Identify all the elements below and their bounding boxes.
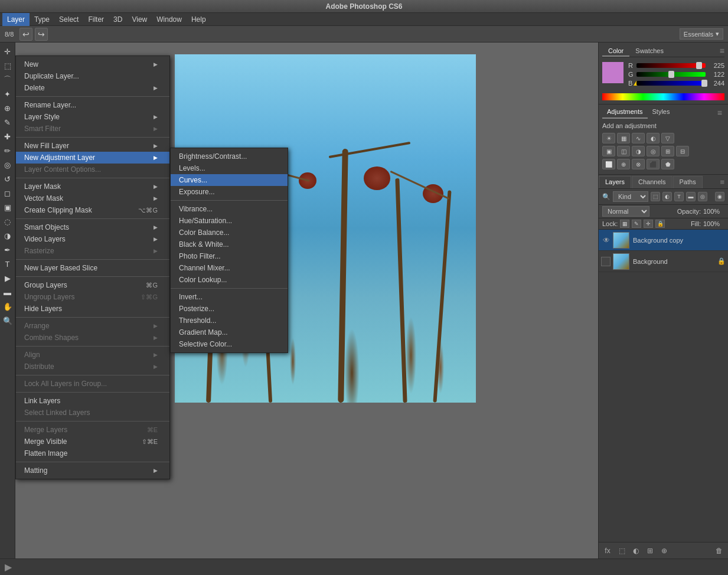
fill-value[interactable]: 100%: [703, 220, 724, 227]
zoom-tool[interactable]: 🔍: [1, 314, 14, 327]
g-slider-track[interactable]: [636, 72, 706, 77]
menu-smart-filter[interactable]: Smart Filter ▶: [16, 123, 169, 135]
menu-select-linked[interactable]: Select Linked Layers: [16, 407, 169, 419]
menu-link-layers[interactable]: Link Layers: [16, 395, 169, 407]
dodge-tool[interactable]: ◑: [1, 229, 14, 242]
layer-row-bg-copy[interactable]: 👁 Background copy: [599, 230, 728, 251]
tab-layers[interactable]: Layers: [599, 176, 631, 188]
submenu-photo-filter[interactable]: Photo Filter...: [171, 250, 288, 262]
layer-filter-toggle[interactable]: ◉: [715, 192, 724, 201]
submenu-levels[interactable]: Levels...: [171, 162, 288, 174]
adj-hue-icon[interactable]: ▣: [602, 146, 615, 156]
submenu-channel-mixer[interactable]: Channel Mixer...: [171, 262, 288, 274]
menu-merge-layers[interactable]: Merge Layers ⌘E: [16, 424, 169, 436]
menu-new-adj[interactable]: New Adjustment Layer ▶: [16, 152, 169, 164]
b-slider-track[interactable]: [636, 81, 706, 86]
menu-help[interactable]: Help: [187, 13, 211, 26]
lock-transparency-icon[interactable]: ▦: [620, 220, 629, 228]
submenu-vibrance[interactable]: Vibrance...: [171, 203, 288, 215]
color-preview-swatch[interactable]: [602, 62, 623, 83]
submenu-color-lookup[interactable]: Color Lookup...: [171, 274, 288, 286]
essentials-dropdown[interactable]: Essentials ▾: [680, 28, 723, 40]
lasso-tool[interactable]: ⌒: [1, 73, 14, 86]
adj-panel-menu[interactable]: ≡: [715, 107, 724, 119]
lock-move-icon[interactable]: ✛: [644, 220, 653, 228]
tab-color[interactable]: Color: [602, 46, 629, 57]
g-slider-thumb[interactable]: [668, 71, 674, 78]
menu-smart-objects[interactable]: Smart Objects ▶: [16, 221, 169, 233]
submenu-curves[interactable]: Curves...: [171, 174, 288, 186]
filter-smart-icon[interactable]: ◎: [698, 192, 707, 201]
delete-layer-icon[interactable]: 🗑: [714, 546, 724, 556]
opacity-value[interactable]: 100%: [703, 208, 724, 215]
submenu-threshold[interactable]: Threshold...: [171, 315, 288, 326]
menu-layer[interactable]: Layer: [2, 13, 30, 26]
adj-gradientmap-icon[interactable]: ⬛: [647, 159, 660, 169]
adj-posterize-icon[interactable]: ⊕: [617, 159, 630, 169]
history-brush-tool[interactable]: ↺: [1, 172, 14, 185]
menu-layer-style[interactable]: Layer Style ▶: [16, 111, 169, 123]
menu-video-layers[interactable]: Video Layers ▶: [16, 233, 169, 245]
menu-new-slice[interactable]: New Layer Based Slice: [16, 262, 169, 274]
new-layer-icon[interactable]: ⊕: [659, 546, 670, 556]
submenu-hue-sat[interactable]: Hue/Saturation...: [171, 215, 288, 227]
kind-dropdown[interactable]: Kind: [613, 191, 648, 202]
layer-fx-icon[interactable]: fx: [602, 546, 613, 556]
menu-new[interactable]: New ▶: [16, 58, 169, 70]
blend-mode-dropdown[interactable]: Normal: [602, 206, 649, 217]
adj-selectivecolor-icon[interactable]: ⬟: [661, 159, 674, 169]
menu-ungroup-layers[interactable]: Ungroup Layers ⇧⌘G: [16, 291, 169, 303]
tab-channels[interactable]: Channels: [632, 176, 672, 188]
menu-arrange[interactable]: Arrange ▶: [16, 320, 169, 332]
menu-rename[interactable]: Rename Layer...: [16, 99, 169, 111]
layers-panel-menu[interactable]: ≡: [716, 176, 728, 188]
nav-forward-icon[interactable]: ▶: [5, 561, 12, 573]
b-slider-thumb[interactable]: [701, 80, 707, 87]
color-spectrum[interactable]: [602, 93, 724, 100]
pen-tool[interactable]: ✒: [1, 243, 14, 256]
adj-levels-icon[interactable]: ▦: [617, 133, 630, 143]
eyedropper-tool[interactable]: ✎: [1, 116, 14, 129]
layer-row-bg[interactable]: Background 🔒: [599, 251, 728, 272]
menu-group-layers[interactable]: Group Layers ⌘G: [16, 279, 169, 291]
redo-button[interactable]: ↪: [35, 28, 48, 41]
submenu-bw[interactable]: Black & White...: [171, 239, 288, 250]
move-tool[interactable]: ✛: [1, 45, 14, 58]
layer-checkbox-bg[interactable]: [601, 257, 611, 266]
r-slider-thumb[interactable]: [696, 62, 702, 69]
crop-tool[interactable]: ⊕: [1, 102, 14, 115]
submenu-exposure[interactable]: Exposure...: [171, 186, 288, 198]
menu-view[interactable]: View: [127, 13, 152, 26]
submenu-brightness[interactable]: Brightness/Contrast...: [171, 151, 288, 162]
add-adj-layer-icon[interactable]: ◐: [631, 546, 641, 556]
menu-layer-content[interactable]: Layer Content Options...: [16, 164, 169, 175]
brush-tool[interactable]: ✏: [1, 144, 14, 157]
menu-rasterize[interactable]: Rasterize ▶: [16, 245, 169, 257]
marquee-tool[interactable]: ⬚: [1, 59, 14, 72]
tab-styles[interactable]: Styles: [648, 107, 675, 119]
healing-tool[interactable]: ✚: [1, 130, 14, 143]
submenu-invert[interactable]: Invert...: [171, 291, 288, 303]
hand-tool[interactable]: ✋: [1, 300, 14, 313]
menu-filter[interactable]: Filter: [83, 13, 109, 26]
menu-type[interactable]: Type: [30, 13, 54, 26]
filter-adj-icon[interactable]: ◐: [662, 192, 672, 201]
lock-all-icon[interactable]: 🔒: [655, 220, 665, 228]
adj-brightness-icon[interactable]: ☀: [602, 133, 615, 143]
shape-tool[interactable]: ▬: [1, 286, 14, 299]
path-selection-tool[interactable]: ▶: [1, 272, 14, 285]
menu-layer-mask[interactable]: Layer Mask ▶: [16, 181, 169, 192]
tab-adjustments[interactable]: Adjustments: [602, 107, 648, 119]
tab-paths[interactable]: Paths: [673, 176, 703, 188]
menu-hide-layers[interactable]: Hide Layers: [16, 303, 169, 315]
menu-combine-shapes[interactable]: Combine Shapes ▶: [16, 332, 169, 344]
adj-colorlookup-icon[interactable]: ⊟: [676, 146, 689, 156]
menu-3d[interactable]: 3D: [109, 13, 127, 26]
menu-new-fill[interactable]: New Fill Layer ▶: [16, 140, 169, 152]
new-group-icon[interactable]: ⊞: [645, 546, 655, 556]
menu-matting[interactable]: Matting ▶: [16, 465, 169, 476]
menu-clipping-mask[interactable]: Create Clipping Mask ⌥⌘G: [16, 204, 169, 216]
color-panel-menu[interactable]: ≡: [720, 46, 724, 57]
menu-lock-all[interactable]: Lock All Layers in Group...: [16, 378, 169, 390]
menu-distribute[interactable]: Distribute ▶: [16, 361, 169, 373]
